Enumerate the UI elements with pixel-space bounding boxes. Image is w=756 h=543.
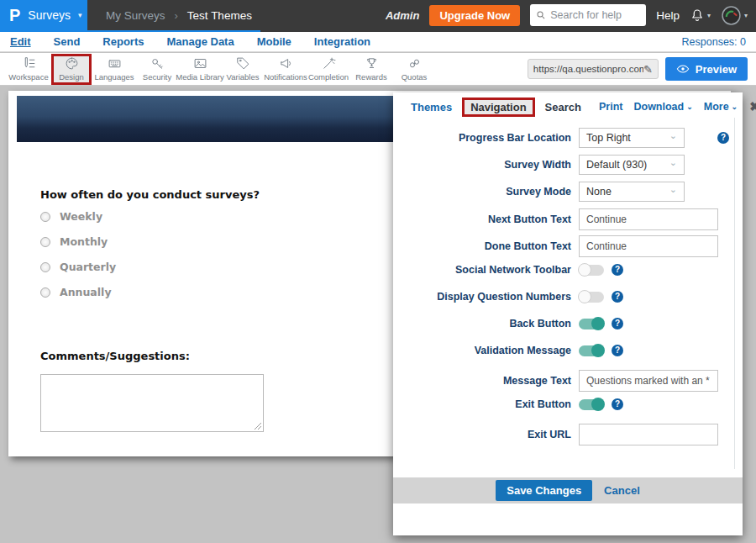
validation-message-toggle[interactable] xyxy=(579,345,604,356)
tool-label: Workspace xyxy=(8,72,48,82)
cancel-link[interactable]: Cancel xyxy=(604,484,640,497)
caret-down-icon: ▾ xyxy=(78,11,82,19)
radio-button[interactable] xyxy=(40,237,50,247)
radio-option-annually[interactable]: Annually xyxy=(40,287,116,298)
notifications-bell-button[interactable]: ▾ xyxy=(690,8,711,23)
next-button-text-input[interactable] xyxy=(579,208,718,230)
survey-mode-select[interactable]: None ⌄ xyxy=(579,182,685,202)
download-label: Download xyxy=(633,101,684,113)
comments-textarea[interactable] xyxy=(40,374,264,432)
tool-label: Completion xyxy=(308,72,349,82)
radio-label: Quarterly xyxy=(60,261,116,273)
tool-languages[interactable]: Languages xyxy=(94,54,134,85)
radio-button[interactable] xyxy=(40,262,50,272)
print-link[interactable]: Print xyxy=(599,101,622,113)
field-label: Validation Message xyxy=(393,345,571,356)
exit-url-input[interactable] xyxy=(579,424,718,445)
tab-navigation[interactable]: Navigation xyxy=(462,98,534,117)
avatar xyxy=(721,5,742,26)
radio-option-monthly[interactable]: Monthly xyxy=(40,236,116,247)
print-label: Print xyxy=(599,101,622,113)
completion-wand-icon xyxy=(322,56,336,71)
breadcrumb-my-surveys[interactable]: My Surveys xyxy=(106,9,165,22)
preview-button[interactable]: Preview xyxy=(665,57,748,81)
tool-design[interactable]: Design xyxy=(51,54,92,85)
workspace-icon xyxy=(22,56,36,71)
radio-button[interactable] xyxy=(40,212,50,222)
row-survey-width: Survey Width Default (930) ⌄ xyxy=(393,155,731,175)
back-button-toggle[interactable] xyxy=(579,319,604,329)
close-icon[interactable]: ✖ xyxy=(749,99,756,114)
panel-footer: Save Changes Cancel xyxy=(393,477,743,503)
tool-variables[interactable]: Variables xyxy=(223,54,263,85)
tool-media-library[interactable]: Media Library xyxy=(180,54,220,85)
tool-workspace[interactable]: Workspace xyxy=(8,54,49,85)
help-icon[interactable]: ? xyxy=(612,291,623,303)
tool-quotas[interactable]: Quotas xyxy=(394,54,434,85)
toggle-knob xyxy=(591,398,605,411)
help-search-input[interactable] xyxy=(550,9,640,21)
select-value: Top Right xyxy=(586,132,631,144)
responses-count[interactable]: Responses: 0 xyxy=(682,36,746,48)
download-link[interactable]: Download ⌄ xyxy=(633,101,692,113)
menu-reports[interactable]: Reports xyxy=(102,35,144,48)
tool-rewards[interactable]: Rewards xyxy=(351,54,391,85)
more-link[interactable]: More ⌄ xyxy=(704,101,738,113)
display-question-numbers-toggle[interactable] xyxy=(579,292,604,303)
help-icon[interactable]: ? xyxy=(717,132,729,144)
survey-question-text: How often do you conduct surveys? xyxy=(40,188,260,201)
tab-search[interactable]: Search xyxy=(538,98,588,116)
chevron-down-icon: ⌄ xyxy=(686,103,693,111)
radio-option-quarterly[interactable]: Quarterly xyxy=(40,261,116,272)
help-link[interactable]: Help xyxy=(656,9,680,22)
field-label: Message Text xyxy=(393,375,571,387)
done-button-text-input[interactable] xyxy=(579,235,718,257)
account-menu-button[interactable]: ▾ xyxy=(721,5,748,26)
menu-integration[interactable]: Integration xyxy=(314,35,370,48)
tool-label: Rewards xyxy=(355,72,387,82)
menu-send[interactable]: Send xyxy=(54,35,81,48)
toggle-knob xyxy=(591,317,605,330)
menu-manage-data[interactable]: Manage Data xyxy=(166,35,234,48)
tool-notifications[interactable]: Notifications xyxy=(265,54,306,85)
tool-label: Security xyxy=(143,72,171,82)
field-label: Survey Width xyxy=(393,159,571,171)
panel-scrollbar[interactable] xyxy=(734,118,735,469)
edit-url-pencil-icon[interactable]: ✎ xyxy=(643,63,653,76)
field-label: Done Button Text xyxy=(393,240,571,252)
comments-label: Comments/Suggestions: xyxy=(40,350,190,362)
help-icon[interactable]: ? xyxy=(612,398,623,410)
surveys-product-menu[interactable]: P Surveys ▾ xyxy=(0,0,87,30)
tool-label: Design xyxy=(59,72,84,82)
message-text-input[interactable] xyxy=(579,370,718,392)
radio-button[interactable] xyxy=(40,287,50,298)
help-icon[interactable]: ? xyxy=(612,318,623,329)
radio-option-weekly[interactable]: Weekly xyxy=(40,211,116,222)
survey-options: Weekly Monthly Quarterly Annually xyxy=(40,211,116,312)
help-icon[interactable]: ? xyxy=(612,264,623,276)
navigation-settings-form: Progress Bar Location Top Right ⌄ ? Surv… xyxy=(393,121,731,451)
survey-width-select[interactable]: Default (930) ⌄ xyxy=(579,155,685,175)
tool-label: Variables xyxy=(227,72,260,82)
social-network-toolbar-toggle[interactable] xyxy=(579,265,604,276)
save-changes-button[interactable]: Save Changes xyxy=(496,480,592,501)
resize-grip-icon[interactable] xyxy=(253,421,261,430)
chevron-down-icon: ⌄ xyxy=(669,130,677,141)
caret-down-icon: ▾ xyxy=(744,12,748,19)
menu-edit[interactable]: Edit xyxy=(10,35,31,48)
row-back-button: Back Button ? xyxy=(393,316,731,331)
exit-button-toggle[interactable] xyxy=(579,399,604,410)
upgrade-now-button[interactable]: Upgrade Now xyxy=(429,5,520,26)
survey-url-box: ✎ xyxy=(528,59,659,79)
progress-bar-location-select[interactable]: Top Right ⌄ xyxy=(579,128,685,148)
menu-mobile[interactable]: Mobile xyxy=(257,35,291,48)
tool-completion[interactable]: Completion xyxy=(308,54,349,85)
row-validation-message: Validation Message ? xyxy=(393,343,731,358)
more-label: More xyxy=(704,101,729,113)
field-label: Exit Button xyxy=(393,398,571,410)
chevron-down-icon: ⌄ xyxy=(732,103,738,111)
survey-url-input[interactable] xyxy=(533,64,643,74)
tab-themes[interactable]: Themes xyxy=(404,98,459,116)
tool-security[interactable]: Security xyxy=(137,54,177,85)
help-icon[interactable]: ? xyxy=(612,345,623,356)
